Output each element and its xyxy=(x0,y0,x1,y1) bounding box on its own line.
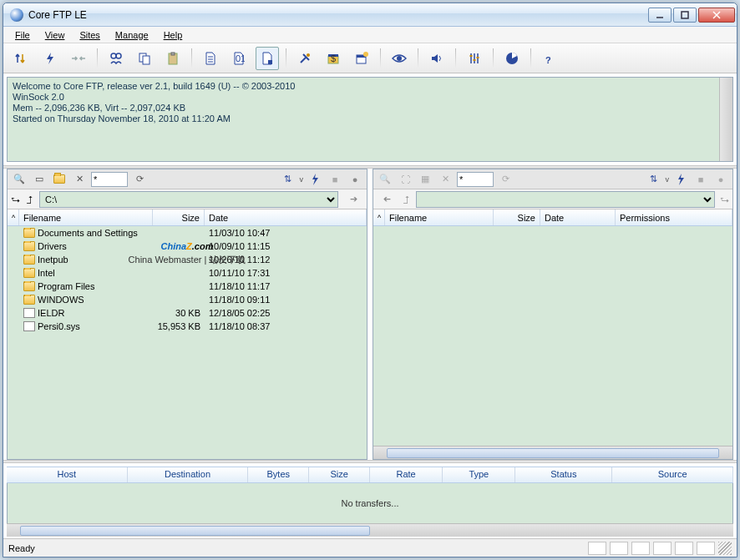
table-row[interactable]: Intel10/11/10 17:31 xyxy=(8,266,367,280)
tree-icon[interactable]: ⮑ xyxy=(11,194,20,204)
splitter-queue[interactable] xyxy=(3,460,737,463)
table-row[interactable]: WINDOWS11/18/10 09:11 xyxy=(8,293,367,306)
local-path-select[interactable]: C:\ xyxy=(39,191,338,208)
download-icon[interactable]: ⇅ xyxy=(646,171,662,188)
col-date[interactable]: Date xyxy=(205,209,367,225)
queue-empty-text: No transfers... xyxy=(341,498,398,508)
stop-icon[interactable]: ■ xyxy=(327,171,343,188)
tree-icon[interactable]: ⮑ xyxy=(720,194,729,204)
queue-header[interactable]: Host Destination Bytes Size Rate Type St… xyxy=(7,467,733,483)
col-size[interactable]: Size xyxy=(494,209,540,225)
refresh-icon[interactable]: ⟳ xyxy=(497,171,514,188)
table-row[interactable]: Documents and Settings11/03/10 10:47 xyxy=(8,226,367,240)
go-right-icon[interactable]: ➔ xyxy=(343,191,363,208)
table-row[interactable]: Persi0.sys15,953 KB11/18/10 08:37 xyxy=(8,320,367,333)
connect-icon[interactable] xyxy=(10,47,33,70)
remote-filter-input[interactable] xyxy=(457,172,494,187)
qcol-host[interactable]: Host xyxy=(7,467,128,482)
qcol-source[interactable]: Source xyxy=(612,467,733,482)
search-icon[interactable]: 🔍 xyxy=(377,171,393,188)
newfolder-icon[interactable]: ▦ xyxy=(417,171,433,188)
local-file-list[interactable]: ChinaZ.com China Webmaster | 站长下载 Docume… xyxy=(8,226,367,459)
remote-list-header[interactable]: ^ Filename Size Date Permissions xyxy=(373,209,732,226)
titlebar[interactable]: Core FTP LE xyxy=(3,3,737,27)
menu-sites[interactable]: Sites xyxy=(73,28,106,42)
log-pane[interactable]: Welcome to Core FTP, release ver 2.1, bu… xyxy=(7,77,733,162)
remote-file-list[interactable] xyxy=(373,226,732,446)
col-filename[interactable]: Filename xyxy=(19,209,153,225)
svg-point-5 xyxy=(116,53,121,58)
table-row[interactable]: Drivers10/09/10 11:15 xyxy=(8,240,367,253)
remote-pane: 🔍 ⛶ ▦ ✕ ⟳ ⇅ v ■ ● ➔ ⮥ ⮑ ^ Filen xyxy=(373,169,733,460)
updir-icon[interactable]: ⮥ xyxy=(25,194,34,204)
newfolder-icon[interactable] xyxy=(51,171,68,188)
menu-file[interactable]: File xyxy=(8,28,37,42)
binaryfile-icon[interactable]: 010 xyxy=(227,47,251,70)
help-icon[interactable]: ? xyxy=(538,47,561,70)
table-row[interactable]: Inetpub10/26/10 11:12 xyxy=(8,253,367,266)
go-left-icon[interactable]: ➔ xyxy=(377,191,397,208)
menu-view[interactable]: View xyxy=(38,28,72,42)
queue-hscroll[interactable] xyxy=(7,523,733,537)
select-icon[interactable]: ⛶ xyxy=(397,171,413,188)
table-row[interactable]: IELDR30 KB12/18/05 02:25 xyxy=(8,306,367,320)
svg-rect-7 xyxy=(143,56,150,64)
schedule-icon[interactable]: $ xyxy=(322,47,345,70)
log-line: Started on Thursday November 18, 2010 at… xyxy=(13,114,727,124)
qcol-size[interactable]: Size xyxy=(309,467,370,482)
qcol-rate[interactable]: Rate xyxy=(370,467,443,482)
qcol-status[interactable]: Status xyxy=(515,467,612,482)
log-scrollbar[interactable] xyxy=(719,78,732,161)
queue-body[interactable]: No transfers... xyxy=(7,483,733,523)
paste-icon[interactable] xyxy=(161,47,185,70)
svg-text:$: $ xyxy=(331,53,336,63)
resize-grip[interactable] xyxy=(718,542,732,555)
disconnect-icon[interactable] xyxy=(67,47,90,70)
local-filter-input[interactable] xyxy=(91,172,128,187)
maximize-button[interactable] xyxy=(673,8,697,23)
minimize-button[interactable] xyxy=(648,8,672,23)
quickconnect-icon[interactable] xyxy=(38,47,62,70)
table-row[interactable]: Program Files11/18/10 11:17 xyxy=(8,280,367,293)
menu-manage[interactable]: Manage xyxy=(109,28,155,42)
copy-icon[interactable] xyxy=(133,47,156,70)
delete-icon[interactable]: ✕ xyxy=(71,171,88,188)
stop-icon[interactable]: ■ xyxy=(692,171,709,188)
menu-help[interactable]: Help xyxy=(157,28,190,42)
col-size[interactable]: Size xyxy=(153,209,205,225)
quick-icon[interactable] xyxy=(672,171,689,188)
asciifile-icon[interactable] xyxy=(256,47,279,70)
refresh-icon[interactable]: ⟳ xyxy=(131,171,148,188)
remote-hscroll[interactable] xyxy=(373,446,732,459)
svg-point-22 xyxy=(397,56,402,61)
qcol-dest[interactable]: Destination xyxy=(128,467,249,482)
newwindow-icon[interactable] xyxy=(350,47,373,70)
record-icon[interactable]: ● xyxy=(347,171,363,188)
window-title: Core FTP LE xyxy=(28,9,648,21)
stats-icon[interactable] xyxy=(500,47,524,70)
tools-icon[interactable] xyxy=(293,47,317,70)
sound-icon[interactable] xyxy=(425,47,449,70)
search-icon[interactable]: 🔍 xyxy=(11,171,28,188)
quick-icon[interactable] xyxy=(307,171,323,188)
view-icon[interactable] xyxy=(388,47,411,70)
newfile-icon[interactable] xyxy=(199,47,222,70)
qcol-bytes[interactable]: Bytes xyxy=(248,467,309,482)
col-filename[interactable]: Filename xyxy=(385,209,494,225)
settings-icon[interactable] xyxy=(463,47,486,70)
col-permissions[interactable]: Permissions xyxy=(616,209,732,225)
close-button[interactable] xyxy=(698,8,735,23)
sitemanager-icon[interactable] xyxy=(104,47,128,70)
delete-icon[interactable]: ✕ xyxy=(437,171,454,188)
col-date[interactable]: Date xyxy=(540,209,616,225)
app-window: Core FTP LE File View Sites Manage Help … xyxy=(3,3,737,557)
qcol-type[interactable]: Type xyxy=(443,467,515,482)
svg-rect-9 xyxy=(171,53,175,55)
local-toolbar: 🔍 ▭ ✕ ⟳ ⇅ v ■ ● xyxy=(8,169,367,189)
updir-icon[interactable]: ⮥ xyxy=(402,194,411,204)
local-list-header[interactable]: ^ Filename Size Date xyxy=(8,209,367,226)
remote-path-select[interactable] xyxy=(416,191,715,208)
upload-icon[interactable]: ⇅ xyxy=(280,171,297,188)
record-icon[interactable]: ● xyxy=(712,171,729,188)
select-icon[interactable]: ▭ xyxy=(31,171,48,188)
